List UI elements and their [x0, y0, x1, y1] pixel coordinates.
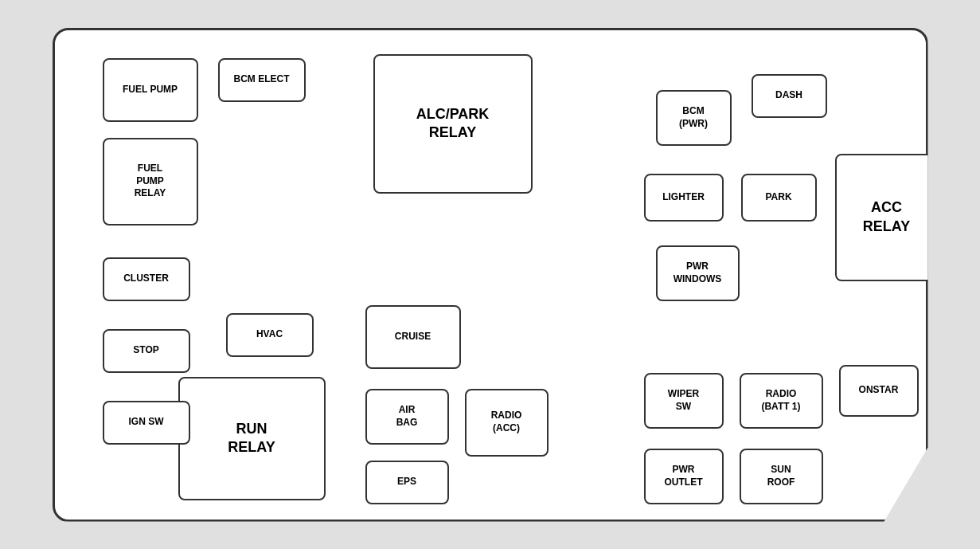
cluster: CLUSTER [103, 257, 190, 301]
onstar: ONSTAR [839, 365, 919, 417]
ign-sw: IGN SW [103, 401, 190, 445]
bcm-pwr: BCM(PWR) [656, 90, 732, 146]
bcm-elect: BCM ELECT [218, 58, 306, 102]
hvac: HVAC [226, 313, 314, 357]
park: PARK [741, 174, 817, 222]
run-relay: RUNRELAY [178, 377, 326, 500]
eps: EPS [365, 461, 449, 504]
radio-batt1: RADIO(BATT 1) [740, 373, 823, 429]
cruise: CRUISE [365, 305, 461, 369]
dash: DASH [752, 74, 827, 118]
acc-relay: ACCRELAY [835, 154, 939, 281]
wiper-sw: WIPERSW [644, 373, 724, 429]
air-bag: AIRBAG [365, 389, 449, 445]
pwr-outlet: PWROUTLET [644, 449, 724, 504]
sun-roof: SUNROOF [740, 449, 823, 504]
fuel-pump: FUEL PUMP [103, 58, 198, 122]
fuel-pump-relay: FUELPUMPRELAY [103, 138, 198, 225]
alc-park-relay: ALC/PARKRELAY [373, 54, 533, 194]
fuse-box-diagram: FUEL PUMPBCM ELECTFUELPUMPRELAYALC/PARKR… [53, 28, 928, 522]
radio-acc: RADIO(ACC) [465, 389, 549, 457]
lighter: LIGHTER [644, 174, 724, 222]
stop: STOP [103, 329, 190, 373]
pwr-windows: PWRWINDOWS [656, 245, 740, 301]
